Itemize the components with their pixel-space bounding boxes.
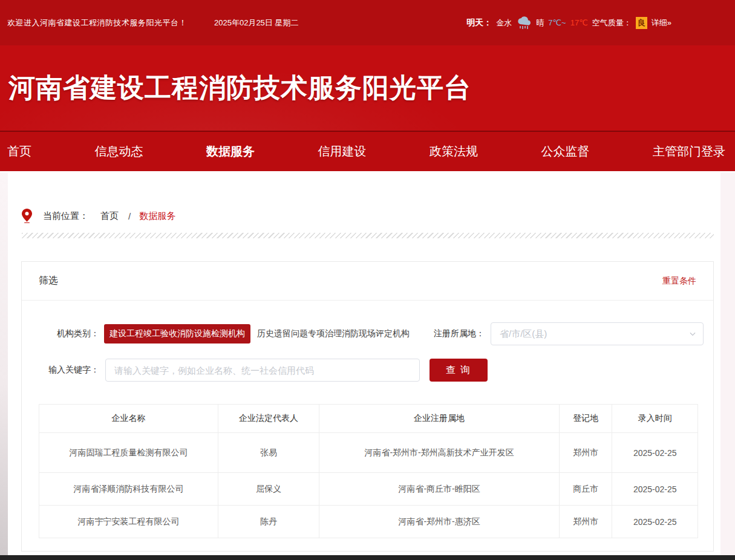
- keyword-filter-row: 输入关键字： 查 询: [22, 359, 713, 382]
- current-date: 2025年02月25日 星期二: [214, 18, 298, 28]
- location-pin-icon: [22, 209, 32, 223]
- header-company-name: 企业名称: [39, 405, 218, 433]
- cell-registered-location: 河南省-郑州市-郑州高新技术产业开发区: [319, 433, 559, 473]
- header-legal-representative: 企业法定代表人: [218, 405, 319, 433]
- table-row[interactable]: 河南固瑞工程质量检测有限公司 张易 河南省-郑州市-郑州高新技术产业开发区 郑州…: [39, 433, 698, 473]
- weather-day-label: 明天：: [466, 18, 492, 28]
- breadcrumb-home[interactable]: 首页: [100, 210, 119, 222]
- keyword-input[interactable]: [105, 359, 420, 382]
- results-table: 企业名称 企业法定代表人 企业注册属地 登记地 录入时间 河南固瑞工程质量检测有…: [39, 404, 698, 538]
- cell-registration-place: 郑州市: [560, 433, 612, 473]
- cell-legal-representative: 张易: [218, 433, 319, 473]
- filter-title: 筛选: [39, 275, 58, 287]
- search-button[interactable]: 查 询: [430, 359, 488, 382]
- filter-panel: 筛选 重置条件 机构类别： 建设工程竣工验收消防设施检测机构 历史遗留问题专项治…: [21, 261, 714, 552]
- cloud-icon: [516, 16, 532, 30]
- breadcrumb-label: 当前位置：: [43, 210, 88, 222]
- temp-low: 7℃~: [548, 18, 566, 27]
- table-row[interactable]: 河南宇宁安装工程有限公司 陈丹 河南省-郑州市-惠济区 郑州市 2025-02-…: [39, 506, 698, 538]
- header-entry-date: 录入时间: [612, 405, 698, 433]
- header-registration-place: 登记地: [560, 405, 612, 433]
- page: 欢迎进入河南省建设工程消防技术服务阳光平台！ 2025年02月25日 星期二 明…: [0, 0, 735, 560]
- filter-panel-header: 筛选 重置条件: [22, 262, 713, 301]
- category-filter-row: 机构类别： 建设工程竣工验收消防设施检测机构 历史遗留问题专项治理消防现场评定机…: [22, 322, 713, 345]
- cell-company-name: 河南省泽顺消防科技有限公司: [39, 473, 218, 506]
- region-label: 注册所属地：: [434, 328, 485, 339]
- bottom-window-bar: [0, 555, 735, 560]
- breadcrumb-current: 数据服务: [139, 210, 175, 222]
- weather-widget: 明天： 金水 晴 7℃~ 17℃ 空气质量： 良 详细»: [466, 16, 671, 30]
- temp-high: 17℃: [570, 18, 588, 27]
- region-select[interactable]: 省/市/区(县): [491, 322, 704, 345]
- cell-company-name: 河南固瑞工程质量检测有限公司: [39, 433, 218, 473]
- nav-item-admin-login[interactable]: 主管部门登录: [653, 143, 725, 160]
- breadcrumb: 当前位置： 首页 / 数据服务: [22, 209, 714, 223]
- category-option-inactive[interactable]: 历史遗留问题专项治理消防现场评定机构: [257, 328, 410, 339]
- welcome-text: 欢迎进入河南省建设工程消防技术服务阳光平台！: [7, 18, 187, 28]
- nav-item-home[interactable]: 首页: [7, 143, 31, 160]
- category-option-active[interactable]: 建设工程竣工验收消防设施检测机构: [104, 324, 250, 343]
- chevron-down-icon: [688, 330, 697, 340]
- site-title: 河南省建设工程消防技术服务阳光平台: [8, 70, 471, 106]
- window-edge-right: [720, 172, 735, 556]
- cell-registered-location: 河南省-郑州市-惠济区: [319, 506, 559, 538]
- keyword-label: 输入关键字：: [22, 365, 99, 376]
- table-header-row: 企业名称 企业法定代表人 企业注册属地 登记地 录入时间: [39, 405, 698, 433]
- category-label: 机构类别：: [22, 328, 99, 339]
- top-utility-bar: 欢迎进入河南省建设工程消防技术服务阳光平台！ 2025年02月25日 星期二 明…: [0, 0, 735, 45]
- table-row[interactable]: 河南省泽顺消防科技有限公司 屈保义 河南省-商丘市-睢阳区 商丘市 2025-0…: [39, 473, 698, 506]
- reset-filters-link[interactable]: 重置条件: [662, 276, 696, 287]
- cell-entry-date: 2025-02-25: [612, 433, 698, 473]
- cell-entry-date: 2025-02-25: [612, 473, 698, 506]
- nav-item-news[interactable]: 信息动态: [95, 143, 143, 160]
- site-banner: 河南省建设工程消防技术服务阳光平台: [0, 45, 735, 131]
- nav-item-supervision[interactable]: 公众监督: [541, 143, 590, 160]
- cell-legal-representative: 屈保义: [218, 473, 319, 506]
- weather-detail-link[interactable]: 详细»: [652, 18, 671, 28]
- main-content: 当前位置： 首页 / 数据服务 筛选 重置条件 机构类别： 建设工程竣工验收消防…: [0, 209, 735, 552]
- header-registered-location: 企业注册属地: [319, 405, 559, 433]
- cell-company-name: 河南宇宁安装工程有限公司: [39, 506, 218, 538]
- window-edge-left: [0, 172, 8, 556]
- air-quality-badge: 良: [636, 17, 647, 29]
- cell-legal-representative: 陈丹: [218, 506, 319, 538]
- air-quality-label: 空气质量：: [592, 18, 632, 28]
- cell-registration-place: 郑州市: [560, 506, 612, 538]
- cell-registered-location: 河南省-商丘市-睢阳区: [319, 473, 559, 506]
- nav-item-credit[interactable]: 信用建设: [318, 143, 367, 160]
- cell-registration-place: 商丘市: [560, 473, 612, 506]
- breadcrumb-separator: /: [128, 211, 131, 221]
- hash-divider: [22, 233, 714, 238]
- nav-item-policy[interactable]: 政策法规: [430, 143, 478, 160]
- nav-item-data-service[interactable]: 数据服务: [206, 143, 255, 160]
- weather-condition: 晴: [536, 18, 544, 28]
- region-select-placeholder: 省/市/区(县): [500, 328, 547, 340]
- cell-entry-date: 2025-02-25: [612, 506, 698, 538]
- main-nav: 首页 信息动态 数据服务 信用建设 政策法规 公众监督 主管部门登录: [0, 131, 735, 171]
- weather-city: 金水: [496, 18, 512, 28]
